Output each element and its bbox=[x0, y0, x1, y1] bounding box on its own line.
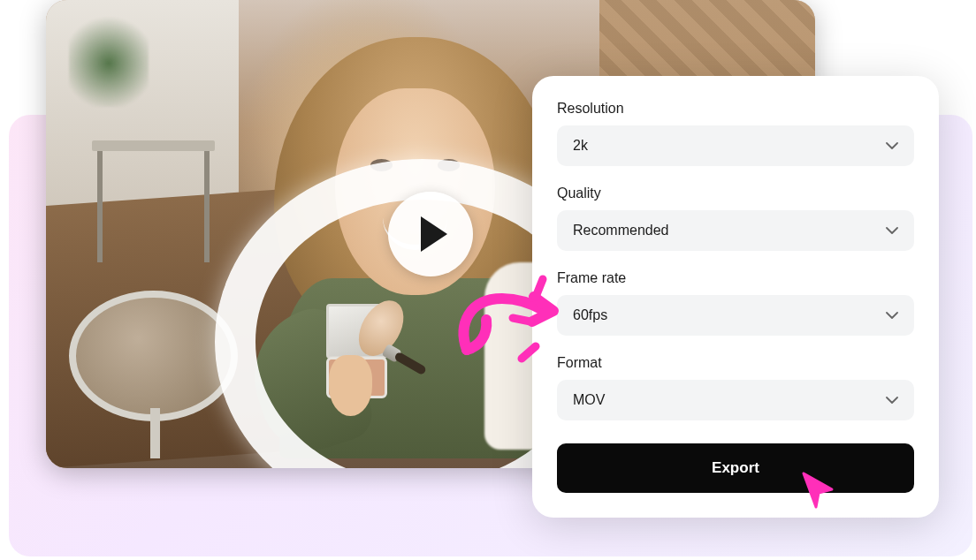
chevron-down-icon bbox=[886, 394, 898, 406]
framerate-field-group: Frame rate 60fps bbox=[557, 270, 914, 336]
chevron-down-icon bbox=[886, 224, 898, 237]
format-field-group: Format MOV bbox=[557, 355, 914, 420]
play-icon bbox=[421, 216, 447, 252]
framerate-dropdown[interactable]: 60fps bbox=[557, 295, 914, 336]
plant-decor bbox=[69, 10, 149, 107]
resolution-dropdown[interactable]: 2k bbox=[557, 125, 914, 166]
format-label: Format bbox=[557, 355, 914, 371]
format-dropdown[interactable]: MOV bbox=[557, 380, 914, 420]
mirror-pole bbox=[150, 408, 160, 458]
mirror-ring bbox=[69, 291, 238, 422]
quality-label: Quality bbox=[557, 185, 914, 201]
quality-dropdown[interactable]: Recommended bbox=[557, 210, 914, 251]
export-button[interactable]: Export bbox=[557, 443, 914, 493]
export-settings-panel: Resolution 2k Quality Recommended Frame … bbox=[532, 76, 939, 518]
desk-decor bbox=[92, 140, 215, 262]
resolution-field-group: Resolution 2k bbox=[557, 101, 914, 166]
vanity-mirror bbox=[69, 291, 238, 459]
quality-field-group: Quality Recommended bbox=[557, 185, 914, 251]
resolution-value: 2k bbox=[573, 138, 588, 154]
chevron-down-icon bbox=[886, 140, 898, 152]
quality-value: Recommended bbox=[573, 223, 669, 238]
chevron-down-icon bbox=[886, 309, 898, 322]
framerate-label: Frame rate bbox=[557, 270, 914, 286]
resolution-label: Resolution bbox=[557, 101, 914, 117]
framerate-value: 60fps bbox=[573, 307, 607, 323]
format-value: MOV bbox=[573, 392, 605, 408]
play-button[interactable] bbox=[388, 192, 473, 276]
